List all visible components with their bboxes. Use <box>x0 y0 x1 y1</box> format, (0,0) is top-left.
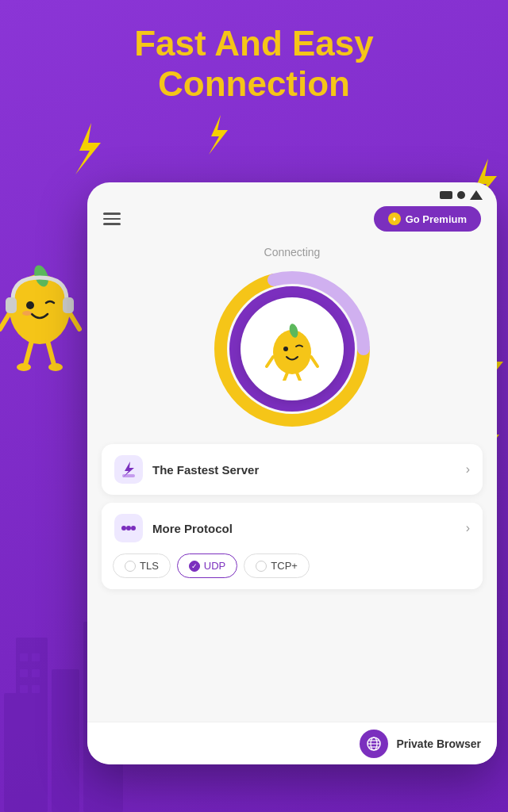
svg-rect-31 <box>6 297 17 313</box>
svg-line-40 <box>267 357 273 366</box>
protocol-container: More Protocol › TLS ✓ UDP TCP+ <box>102 503 483 589</box>
svg-line-43 <box>297 373 300 381</box>
svg-rect-1 <box>20 653 28 661</box>
menu-button[interactable] <box>103 213 121 225</box>
svg-rect-7 <box>52 669 79 812</box>
protocol-icon-wrap <box>114 514 143 542</box>
svg-rect-0 <box>16 638 48 812</box>
svg-line-28 <box>48 341 54 365</box>
mascot-character <box>0 238 87 396</box>
donut-center <box>241 297 344 400</box>
connecting-label: Connecting <box>264 246 321 259</box>
svg-rect-5 <box>20 685 28 693</box>
svg-rect-2 <box>32 653 40 661</box>
svg-marker-33 <box>470 190 483 200</box>
headline-line2: Connection <box>48 64 460 105</box>
top-bar: ♦ Go Premium <box>87 203 497 239</box>
server-icon-wrap <box>114 455 143 484</box>
app-card: ♦ Go Premium Connecting <box>87 182 497 764</box>
globe-svg <box>366 736 382 752</box>
private-browser-label: Private Browser <box>396 737 481 750</box>
svg-point-24 <box>22 311 32 316</box>
svg-line-26 <box>70 313 79 329</box>
lemon-mascot-small <box>260 317 324 381</box>
premium-label: Go Premium <box>406 213 467 225</box>
battery-icon <box>440 191 452 199</box>
private-browser-bar[interactable]: Private Browser <box>87 722 497 764</box>
protocol-option-left: More Protocol <box>114 514 233 542</box>
svg-marker-16 <box>75 123 101 174</box>
protocol-tls-button[interactable]: TLS <box>113 553 171 578</box>
svg-point-29 <box>17 363 31 371</box>
lightning-server-icon <box>120 461 137 478</box>
wifi-icon <box>457 191 465 199</box>
globe-icon <box>360 730 388 758</box>
headline-line1: Fast And Easy <box>48 24 460 64</box>
server-chevron-icon: › <box>466 462 470 477</box>
svg-rect-6 <box>32 685 40 693</box>
svg-rect-13 <box>4 693 20 812</box>
go-premium-button[interactable]: ♦ Go Premium <box>374 206 481 232</box>
protocol-udp-button[interactable]: ✓ UDP <box>177 553 237 578</box>
svg-point-39 <box>283 347 288 351</box>
protocol-dots-icon <box>120 519 137 537</box>
svg-rect-4 <box>32 669 40 677</box>
svg-point-48 <box>131 526 136 530</box>
svg-line-42 <box>284 373 287 381</box>
server-option-row[interactable]: The Fastest Server › <box>102 444 483 495</box>
signal-icon <box>470 190 483 200</box>
protocol-option-label: More Protocol <box>152 522 233 535</box>
svg-line-41 <box>311 357 318 366</box>
protocol-buttons-row: TLS ✓ UDP TCP+ <box>102 546 483 589</box>
svg-point-23 <box>26 301 34 309</box>
udp-check-icon: ✓ <box>189 561 200 572</box>
udp-label: UDP <box>204 560 225 572</box>
lightning-top-left <box>67 123 107 178</box>
svg-line-25 <box>0 313 10 329</box>
tls-check-icon <box>125 561 136 572</box>
svg-point-47 <box>126 526 131 530</box>
options-section: The Fastest Server › More Protocol <box>87 444 497 589</box>
status-bar <box>87 182 497 203</box>
connecting-section: Connecting <box>87 239 497 444</box>
server-option-label: The Fastest Server <box>152 463 259 477</box>
lightning-top-mid <box>202 115 233 158</box>
server-option-left: The Fastest Server <box>114 455 259 484</box>
svg-point-30 <box>48 363 63 371</box>
tls-label: TLS <box>140 560 159 572</box>
svg-line-27 <box>25 341 32 365</box>
protocol-tcp-button[interactable]: TCP+ <box>244 553 310 578</box>
svg-point-46 <box>121 526 126 530</box>
svg-rect-45 <box>122 474 135 477</box>
svg-rect-3 <box>20 669 28 677</box>
svg-rect-32 <box>63 297 74 313</box>
connection-ring[interactable] <box>213 270 371 428</box>
premium-icon: ♦ <box>388 213 401 225</box>
headline: Fast And Easy Connection <box>0 24 508 104</box>
svg-point-37 <box>273 330 311 374</box>
protocol-chevron-icon: › <box>466 521 470 535</box>
tcp-label: TCP+ <box>271 560 298 572</box>
svg-marker-17 <box>209 115 228 155</box>
tcp-check-icon <box>256 561 267 572</box>
